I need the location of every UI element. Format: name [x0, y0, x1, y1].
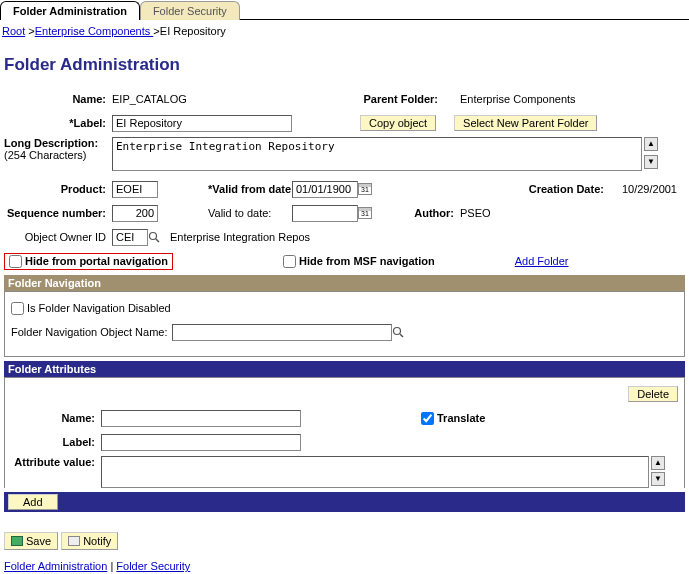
tab-folder-security[interactable]: Folder Security: [140, 1, 240, 20]
checkbox-nav-disabled[interactable]: [11, 302, 24, 315]
input-attr-val[interactable]: [101, 456, 649, 488]
label-translate: Translate: [437, 412, 485, 424]
label-validto: Valid to date:: [208, 207, 292, 219]
notify-icon: [68, 536, 80, 546]
label-author: Author:: [412, 207, 460, 219]
add-bar: Add: [4, 492, 685, 512]
label-attr-label: Label:: [11, 436, 101, 448]
value-parent: Enterprise Components: [460, 93, 576, 105]
lookup-icon[interactable]: [148, 231, 160, 243]
svg-line-1: [156, 239, 159, 242]
save-button[interactable]: Save: [4, 532, 58, 550]
svg-point-0: [150, 233, 157, 240]
input-nav-obj[interactable]: [172, 324, 392, 341]
value-name: EIP_CATALOG: [112, 93, 312, 105]
breadcrumb-root[interactable]: Root: [2, 25, 25, 37]
input-attr-label[interactable]: [101, 434, 301, 451]
scroll-up-icon[interactable]: ▲: [644, 137, 658, 151]
tab-folder-admin[interactable]: Folder Administration: [0, 1, 140, 20]
label-attr-name: Name:: [11, 412, 101, 424]
longdesc-scroll: ▲ ▼: [644, 137, 658, 169]
copy-object-button[interactable]: Copy object: [360, 115, 436, 131]
label-validfrom: *Valid from date:: [208, 183, 292, 195]
select-parent-button[interactable]: Select New Parent Folder: [454, 115, 597, 131]
delete-button[interactable]: Delete: [628, 386, 678, 402]
footer-link-security[interactable]: Folder Security: [116, 560, 190, 572]
label-product: Product:: [4, 183, 112, 195]
svg-line-3: [400, 334, 403, 337]
section-folder-attrs: Delete Name: Translate Label: Attribute …: [4, 377, 685, 488]
label-longdesc: Long Description:: [4, 137, 106, 149]
label-label: *Label:: [4, 117, 112, 129]
tab-bar: Folder Administration Folder Security: [0, 0, 689, 20]
value-author: PSEO: [460, 207, 491, 219]
label-hide-msf: Hide from MSF navigation: [299, 255, 435, 267]
footer-link-admin[interactable]: Folder Administration: [4, 560, 107, 572]
checkbox-translate[interactable]: [421, 412, 434, 425]
label-longdesc-chars: (254 Characters): [4, 149, 106, 161]
input-seq[interactable]: [112, 205, 158, 222]
lookup-icon-2[interactable]: [392, 326, 404, 338]
label-owner: Object Owner ID: [4, 231, 112, 243]
section-folder-nav-header: Folder Navigation: [4, 275, 685, 291]
page-title: Folder Administration: [0, 45, 689, 89]
label-name: Name:: [4, 93, 112, 105]
breadcrumb-components[interactable]: Enterprise Components: [35, 25, 154, 37]
value-owner-desc: Enterprise Integration Repos: [170, 231, 310, 243]
label-seq: Sequence number:: [4, 207, 112, 219]
add-folder-link[interactable]: Add Folder: [515, 255, 569, 267]
add-button[interactable]: Add: [8, 494, 58, 510]
input-attr-name[interactable]: [101, 410, 301, 427]
calendar-icon[interactable]: 31: [358, 183, 372, 195]
checkbox-hide-msf[interactable]: [283, 255, 296, 268]
breadcrumb: Root >Enterprise Components >EI Reposito…: [0, 23, 689, 45]
label-parent: Parent Folder:: [360, 93, 444, 105]
scroll-up-icon-2[interactable]: ▲: [651, 456, 665, 470]
breadcrumb-current: EI Repository: [160, 25, 226, 37]
section-folder-attrs-header: Folder Attributes: [4, 361, 685, 377]
input-label[interactable]: [112, 115, 292, 132]
input-validto[interactable]: [292, 205, 358, 222]
label-creation: Creation Date:: [529, 183, 622, 195]
scroll-down-icon[interactable]: ▼: [644, 155, 658, 169]
label-nav-disabled: Is Folder Navigation Disabled: [27, 302, 171, 314]
calendar-icon-2[interactable]: 31: [358, 207, 372, 219]
bottom-links: Folder Administration | Folder Security: [0, 558, 689, 574]
hide-portal-highlight: Hide from portal navigation: [4, 253, 173, 270]
attrval-scroll: ▲ ▼: [651, 456, 665, 486]
input-product[interactable]: [112, 181, 158, 198]
scroll-down-icon-2[interactable]: ▼: [651, 472, 665, 486]
label-nav-obj: Folder Navigation Object Name:: [11, 326, 172, 338]
checkbox-hide-portal[interactable]: [9, 255, 22, 268]
value-creation: 10/29/2001: [622, 183, 685, 195]
save-icon: [11, 536, 23, 546]
section-folder-nav: Is Folder Navigation Disabled Folder Nav…: [4, 291, 685, 357]
input-validfrom[interactable]: [292, 181, 358, 198]
input-owner[interactable]: [112, 229, 148, 246]
label-hide-portal: Hide from portal navigation: [25, 255, 168, 267]
notify-button[interactable]: Notify: [61, 532, 118, 550]
label-attr-val: Attribute value:: [11, 456, 101, 468]
input-long-description[interactable]: Enterprise Integration Repository: [112, 137, 642, 171]
svg-point-2: [393, 328, 400, 335]
